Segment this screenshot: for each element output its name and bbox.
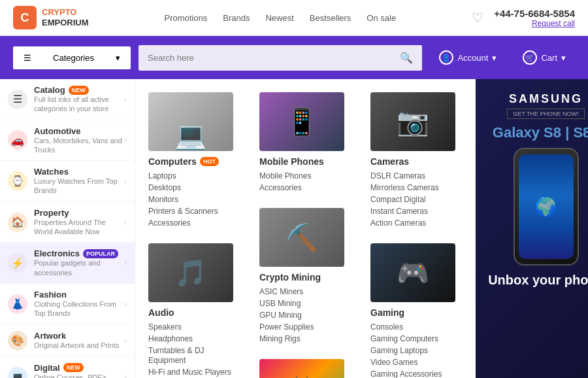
account-button[interactable]: 👤 Account ▾	[430, 44, 506, 71]
main-content: ☰ Catalog NEW Full list inks of all acti…	[0, 79, 588, 378]
cart-chevron-icon: ▾	[561, 53, 566, 63]
electronics-badge: POPULAR	[83, 249, 118, 258]
search-row: ☰ Categories ▾ 🔍 👤 Account ▾ 🛒 Cart ▾	[0, 36, 588, 79]
sidebar-item-fashion[interactable]: 👗 Fashion Clothing Collections From Top …	[0, 284, 135, 325]
chevron-down-icon: ▾	[116, 53, 120, 63]
link-asic-miners[interactable]: ASIC Miners	[259, 287, 303, 296]
ad-tagline: Unbox your phone	[488, 272, 588, 288]
ad-model: Galaxy S8 | S8+	[493, 124, 588, 141]
link-compact[interactable]: Compact Digital	[370, 195, 426, 204]
samsung-logo: SAMSUNG	[509, 92, 583, 106]
link-speakers[interactable]: Speakers	[148, 322, 182, 332]
sidebar-item-artwork[interactable]: 🎨 Artwork Original Artwork and Prints ›	[0, 325, 135, 357]
crypto-mining-image: ⛏️	[259, 208, 344, 267]
link-monitors[interactable]: Monitors	[148, 195, 178, 204]
computers-image: 💻	[148, 92, 233, 151]
link-hifi[interactable]: Hi-Fi and Music Players	[148, 368, 231, 377]
computers-title: Computers HOT	[148, 156, 240, 167]
link-desktops[interactable]: Desktops	[148, 183, 181, 192]
cameras-title: Cameras	[370, 156, 462, 167]
link-video-games[interactable]: Video Games	[370, 358, 418, 367]
chevron-right-icon: ›	[124, 135, 127, 145]
mobile-links: Mobile Phones Accessories	[259, 171, 351, 192]
category-gaming: 🎮 Gaming Consoles Gaming Computers Gamin…	[370, 243, 462, 378]
catalog-badge: NEW	[69, 86, 89, 95]
property-icon: 🏠	[8, 213, 27, 232]
phone-graphic: 🌍	[514, 148, 579, 266]
category-mobile-phones: 📱 Mobile Phones Mobile Phones Accessorie…	[259, 92, 351, 192]
mobile-phones-image: 📱	[259, 92, 344, 151]
dropdown-col-1: 💻 Computers HOT Laptops Desktops Monitor…	[148, 92, 240, 378]
phone-number: +44-75-6684-5854	[494, 8, 575, 19]
link-accessories-computers[interactable]: Accessories	[148, 218, 191, 228]
audio-title: Audio	[148, 307, 240, 318]
watches-icon: ⌚	[8, 171, 27, 191]
phone-screen: 🌍	[519, 154, 574, 259]
link-gaming-laptops[interactable]: Gaming Laptops	[370, 346, 428, 355]
nav-brands[interactable]: Brands	[223, 13, 250, 23]
logo-icon: C	[13, 6, 37, 29]
cart-button[interactable]: 🛒 Cart ▾	[514, 44, 575, 71]
link-laptops[interactable]: Laptops	[148, 171, 176, 180]
nav-promotions[interactable]: Promotions	[164, 13, 207, 23]
link-action[interactable]: Action Cameras	[370, 218, 426, 228]
link-mirrorless[interactable]: Mirrorless Cameras	[370, 183, 439, 192]
search-input[interactable]	[148, 53, 395, 63]
link-dslr[interactable]: DSLR Cameras	[370, 171, 425, 180]
sidebar-item-catalog[interactable]: ☰ Catalog NEW Full list inks of all acti…	[0, 79, 135, 120]
nav-newest[interactable]: Newest	[265, 13, 293, 23]
category-cameras: 📷 Cameras DSLR Cameras Mirrorless Camera…	[370, 92, 462, 228]
nav-bestsellers[interactable]: Bestsellers	[310, 13, 351, 23]
gaming-image: 🎮	[370, 243, 455, 302]
ad-panel: SAMSUNG GET THE PHONE NOW! Galaxy S8 | S…	[476, 79, 588, 378]
chevron-right-icon: ›	[124, 300, 127, 309]
sidebar-item-electronics[interactable]: ⚡ Electronics POPULAR Popular gadgets an…	[0, 243, 135, 284]
logo-text: CRYPTO EMPORIUM	[42, 7, 89, 27]
dropdown-col-3: 📷 Cameras DSLR Cameras Mirrorless Camera…	[370, 92, 462, 378]
link-instant[interactable]: Instant Cameras	[370, 207, 428, 216]
header: C CRYPTO EMPORIUM Promotions Brands Newe…	[0, 0, 588, 36]
link-mining-rigs[interactable]: Mining Rigs	[259, 334, 301, 343]
link-printers[interactable]: Printers & Scanners	[148, 207, 218, 216]
link-mobile-phones[interactable]: Mobile Phones	[259, 171, 311, 180]
category-computers: 💻 Computers HOT Laptops Desktops Monitor…	[148, 92, 240, 228]
cameras-image: 📷	[370, 92, 455, 151]
request-call-link[interactable]: Request call	[494, 19, 575, 28]
ad-inner: SAMSUNG GET THE PHONE NOW! Galaxy S8 | S…	[476, 79, 588, 378]
link-turntables[interactable]: Turntables & DJ Equipment	[148, 346, 204, 365]
categories-button[interactable]: ☰ Categories ▾	[13, 46, 131, 69]
link-accessories-mobile[interactable]: Accessories	[259, 183, 302, 192]
user-icon: 👤	[439, 50, 453, 65]
electronics-icon: ⚡	[8, 253, 27, 273]
link-gpu-mining[interactable]: GPU Mining	[259, 311, 302, 320]
sidebar-item-digital[interactable]: 💻 Digital NEW Online Courses, PDF's, Gui…	[0, 357, 135, 378]
phone-block: +44-75-6684-5854 Request call	[494, 8, 575, 28]
link-power-supplies[interactable]: Power Supplies	[259, 322, 314, 332]
category-crypto-mining: ⛏️ Crypto Mining ASIC Miners USB Mining …	[259, 208, 351, 343]
cart-label: Cart	[541, 53, 557, 63]
catalog-icon: ☰	[8, 90, 27, 109]
link-consoles[interactable]: Consoles	[370, 322, 403, 332]
sidebar-item-watches[interactable]: ⌚ Watches Luxury Watches From Top Brands…	[0, 161, 135, 202]
sidebar-subtitle-catalog: Full list inks of all active categories …	[34, 95, 124, 114]
link-headphones[interactable]: Headphones	[148, 334, 193, 343]
sidebar: ☰ Catalog NEW Full list inks of all acti…	[0, 79, 135, 378]
sidebar-item-automotive[interactable]: 🚗 Automotive Cars, Motorbikes, Vans and …	[0, 120, 135, 162]
audio-links: Speakers Headphones Turntables & DJ Equi…	[148, 322, 240, 377]
ad-cta: GET THE PHONE NOW!	[507, 109, 584, 119]
crypto-mining-title: Crypto Mining	[259, 272, 351, 283]
dropdown-panel: 💻 Computers HOT Laptops Desktops Monitor…	[135, 79, 476, 378]
home-cinema-image: 📺	[259, 359, 344, 378]
link-usb-mining[interactable]: USB Mining	[259, 299, 301, 308]
wishlist-icon[interactable]: ♡	[472, 10, 483, 26]
chevron-right-icon: ›	[124, 336, 127, 345]
automotive-icon: 🚗	[8, 130, 27, 150]
link-gaming-accessories[interactable]: Gaming Accessories	[370, 369, 442, 378]
link-gaming-computers[interactable]: Gaming Computers	[370, 334, 438, 343]
nav-onsale[interactable]: On sale	[367, 13, 396, 23]
sidebar-item-property[interactable]: 🏠 Property Properties Around The World A…	[0, 202, 135, 243]
chevron-right-icon: ›	[124, 218, 127, 227]
search-icon: 🔍	[400, 52, 413, 64]
dropdown-col-2: 📱 Mobile Phones Mobile Phones Accessorie…	[259, 92, 351, 378]
model-separator: |	[565, 124, 573, 141]
